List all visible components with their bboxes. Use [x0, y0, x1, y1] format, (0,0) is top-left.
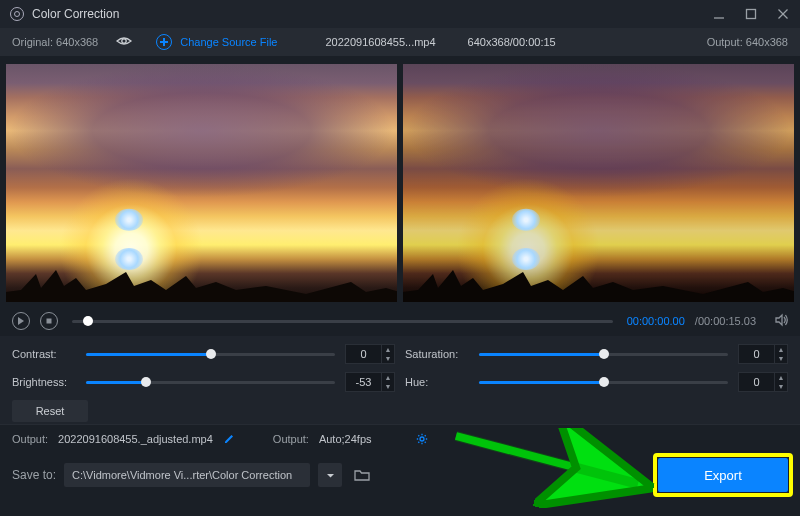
- step-up-icon[interactable]: ▲: [382, 373, 394, 382]
- time-total: /00:00:15.03: [695, 315, 756, 327]
- time-current: 00:00:00.00: [627, 315, 685, 327]
- svg-rect-7: [47, 319, 52, 324]
- add-source-icon[interactable]: [156, 34, 172, 50]
- output-settings-row: Output: 2022091608455._adjusted.mp4 Outp…: [0, 424, 800, 452]
- play-button[interactable]: [12, 312, 30, 330]
- original-label: Original: 640x368: [12, 36, 98, 48]
- hue-value-input[interactable]: 0▲▼: [738, 372, 788, 392]
- source-filename: 2022091608455...mp4: [325, 36, 435, 48]
- saturation-label: Saturation:: [405, 348, 469, 360]
- reset-button[interactable]: Reset: [12, 400, 88, 422]
- source-fileinfo: 640x368/00:00:15: [468, 36, 556, 48]
- change-source-link[interactable]: Change Source File: [180, 36, 277, 48]
- svg-point-8: [420, 437, 424, 441]
- app-logo-icon: [10, 7, 24, 21]
- output-settings-icon[interactable]: [416, 433, 428, 445]
- brightness-label: Brightness:: [12, 376, 76, 388]
- output-format-label: Output:: [273, 433, 309, 445]
- bottom-bar: Save to: C:\Vidmore\Vidmore Vi...rter\Co…: [0, 452, 800, 498]
- edit-filename-icon[interactable]: [223, 433, 235, 445]
- step-down-icon[interactable]: ▼: [382, 354, 394, 363]
- timeline-slider[interactable]: [72, 320, 613, 323]
- brightness-slider[interactable]: [86, 381, 335, 384]
- svg-point-4: [122, 39, 126, 43]
- contrast-value-input[interactable]: 0▲▼: [345, 344, 395, 364]
- export-button[interactable]: Export: [658, 458, 788, 492]
- saveto-label: Save to:: [12, 468, 56, 482]
- maximize-button[interactable]: [744, 7, 758, 21]
- step-down-icon[interactable]: ▼: [775, 382, 787, 391]
- step-up-icon[interactable]: ▲: [775, 373, 787, 382]
- playback-bar: 00:00:00.00/00:00:15.03: [0, 306, 800, 336]
- close-button[interactable]: [776, 7, 790, 21]
- volume-icon[interactable]: [774, 313, 788, 330]
- step-down-icon[interactable]: ▼: [775, 354, 787, 363]
- output-filename: 2022091608455._adjusted.mp4: [58, 433, 213, 445]
- original-preview: [6, 64, 397, 302]
- step-down-icon[interactable]: ▼: [382, 382, 394, 391]
- svg-rect-1: [747, 10, 756, 19]
- brightness-value-input[interactable]: -53▲▼: [345, 372, 395, 392]
- minimize-button[interactable]: [712, 7, 726, 21]
- adjusted-preview: [403, 64, 794, 302]
- preview-split: [0, 56, 800, 306]
- saturation-slider[interactable]: [479, 353, 728, 356]
- hue-slider[interactable]: [479, 381, 728, 384]
- color-sliders-panel: Contrast: 0▲▼ Saturation: 0▲▼ Brightness…: [0, 336, 800, 424]
- step-up-icon[interactable]: ▲: [775, 345, 787, 354]
- preview-toggle-icon[interactable]: [116, 35, 132, 49]
- saturation-value-input[interactable]: 0▲▼: [738, 344, 788, 364]
- save-path-dropdown[interactable]: [318, 463, 342, 487]
- output-format-value: Auto;24fps: [319, 433, 372, 445]
- step-up-icon[interactable]: ▲: [382, 345, 394, 354]
- window-title: Color Correction: [32, 7, 119, 21]
- stop-button[interactable]: [40, 312, 58, 330]
- titlebar: Color Correction: [0, 0, 800, 28]
- hue-label: Hue:: [405, 376, 469, 388]
- contrast-label: Contrast:: [12, 348, 76, 360]
- output-file-label: Output:: [12, 433, 48, 445]
- save-path-input[interactable]: C:\Vidmore\Vidmore Vi...rter\Color Corre…: [64, 463, 310, 487]
- source-info-bar: Original: 640x368 Change Source File 202…: [0, 28, 800, 56]
- open-folder-icon[interactable]: [350, 463, 374, 487]
- output-dims-label: Output: 640x368: [707, 36, 788, 48]
- contrast-slider[interactable]: [86, 353, 335, 356]
